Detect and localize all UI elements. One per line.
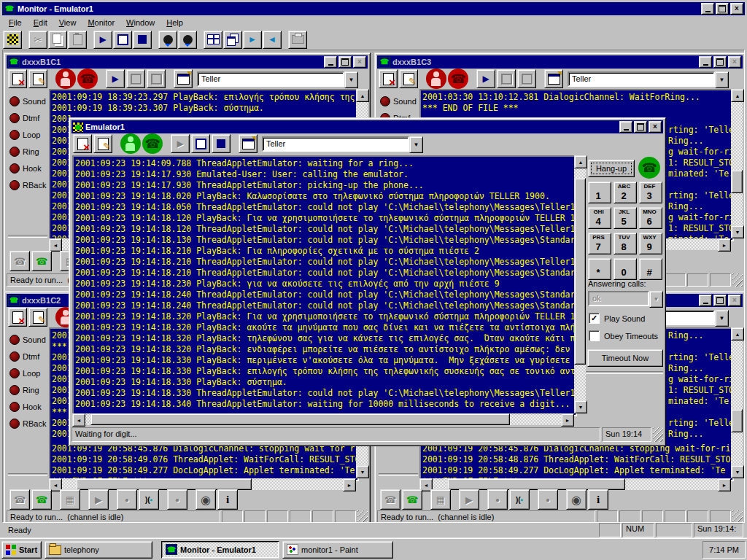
minimize-button[interactable] <box>324 56 337 68</box>
scroll-up-button[interactable]: ▲ <box>731 89 744 102</box>
record-marker-button[interactable]: ● <box>487 489 508 510</box>
keypad-key-7[interactable]: PRS7 <box>588 233 611 254</box>
stop-button[interactable] <box>133 31 152 49</box>
stop-button[interactable] <box>147 69 166 88</box>
print-button[interactable] <box>288 31 307 49</box>
scrollbar-thumb[interactable] <box>447 478 625 490</box>
scrollbar-thumb[interactable] <box>731 409 743 432</box>
keypad-key-3[interactable]: DEF3 <box>639 182 662 203</box>
channel-titlebar[interactable]: ☎ dxxxB1C1 × <box>7 55 368 69</box>
menu-window[interactable]: Window <box>120 17 160 28</box>
run-button[interactable]: ▶ <box>93 31 112 49</box>
clear-log-button[interactable]: × <box>73 134 92 153</box>
clear-log-button[interactable]: × <box>379 69 398 88</box>
emulated-user-icon[interactable] <box>55 69 76 89</box>
scroll-down-button[interactable]: ▼ <box>731 225 744 238</box>
onhook-phone-button[interactable]: ☎ <box>9 489 30 510</box>
minimize-button[interactable] <box>619 121 632 133</box>
channel-titlebar[interactable]: ☎ dxxxB1C3 × <box>377 55 743 69</box>
phone-icon[interactable]: ☎ <box>448 69 468 89</box>
maximize-button[interactable] <box>713 56 727 68</box>
scroll-down-button[interactable]: ▼ <box>356 465 369 478</box>
scroll-down-button[interactable]: ▼ <box>731 465 744 478</box>
checkbox-unchecked[interactable] <box>589 330 600 341</box>
clear-log-button[interactable]: × <box>8 69 27 88</box>
scroll-right-button[interactable]: ► <box>561 413 574 427</box>
keypad-button[interactable]: ▦ <box>60 489 80 510</box>
phone-icon[interactable]: ☎ <box>142 133 163 154</box>
menu-edit[interactable]: Edit <box>28 17 53 28</box>
keypad-key-hash[interactable]: # <box>639 258 662 280</box>
vertical-scrollbar[interactable]: ▲ ▼ <box>731 327 743 478</box>
keypad-key-6[interactable]: MNO6 <box>639 207 662 229</box>
pause-button[interactable] <box>497 69 516 88</box>
main-titlebar[interactable]: ☎ Monitor - Emulator1 × <box>2 2 745 15</box>
cascade-windows-button[interactable] <box>223 31 242 49</box>
prev-window-button[interactable]: ◄ <box>263 31 282 49</box>
close-button[interactable]: × <box>728 56 741 68</box>
menu-monitor[interactable]: Monitor <box>82 17 120 28</box>
taskbar-item-paint[interactable]: monitor1 - Paint <box>282 541 393 559</box>
stop-wheel-button[interactable]: ◉ <box>196 489 216 510</box>
keypad-button[interactable]: ▦ <box>430 489 451 510</box>
wait-connect-button[interactable] <box>178 31 197 49</box>
script-combobox[interactable]: Teller ▼ <box>568 71 729 87</box>
script-combobox[interactable]: Teller ▼ <box>262 136 423 152</box>
maximize-button[interactable] <box>713 295 727 306</box>
clear-log-button[interactable]: × <box>8 308 27 327</box>
menu-view[interactable]: View <box>53 17 82 28</box>
emulated-user-icon[interactable] <box>426 69 446 89</box>
offhook-phone-icon[interactable]: ☎ <box>638 157 660 179</box>
record-stop-button[interactable]: ● <box>538 489 558 510</box>
combobox-arrow[interactable]: ▼ <box>409 136 423 153</box>
next-window-button[interactable]: ► <box>243 31 262 49</box>
info-button[interactable]: i <box>217 489 238 510</box>
edit-log-button[interactable]: ✎ <box>93 134 112 153</box>
run-button[interactable]: ▶ <box>171 134 190 153</box>
keypad-key-9[interactable]: WXY9 <box>639 233 662 254</box>
script-combobox-value[interactable]: Teller <box>568 71 715 87</box>
scrollbar-thumb[interactable] <box>574 178 586 365</box>
keypad-key-5[interactable]: JKL5 <box>614 207 637 229</box>
keypad-key-0[interactable]: 0 <box>614 258 637 280</box>
obey-timeouts-checkbox[interactable]: Obey Timeouts <box>589 330 658 341</box>
minimize-button[interactable] <box>699 295 712 306</box>
combobox-arrow[interactable]: ▼ <box>715 71 729 88</box>
emulator-titlebar[interactable]: Emulator1 × <box>71 120 663 133</box>
tile-windows-button[interactable] <box>204 31 222 49</box>
speaker-button[interactable]: )(▪ <box>509 489 530 510</box>
onhook-phone-button[interactable]: ☎ <box>380 489 400 510</box>
pause-button[interactable] <box>113 31 132 49</box>
scroll-up-button[interactable]: ▲ <box>731 327 744 341</box>
resize-grip[interactable] <box>357 510 368 523</box>
info-button[interactable]: i <box>588 489 608 510</box>
wait-ring-button[interactable] <box>158 31 177 49</box>
horizontal-scrollbar[interactable]: ◄ ► <box>419 478 731 490</box>
stop-button[interactable] <box>517 69 536 88</box>
combobox-arrow[interactable]: ▼ <box>715 310 729 327</box>
script-combobox-value[interactable]: Teller <box>262 136 409 152</box>
properties-button[interactable] <box>544 69 563 88</box>
keypad-key-1[interactable]: 1 <box>588 182 611 203</box>
scrollbar-thumb[interactable] <box>90 413 511 425</box>
phone-icon[interactable]: ☎ <box>77 69 98 89</box>
hangup-button[interactable]: Hang-up <box>588 160 635 177</box>
keypad-key-8[interactable]: TUV8 <box>614 233 637 254</box>
horizontal-scrollbar[interactable]: ◄ ► <box>72 413 574 425</box>
edit-log-button[interactable]: ✎ <box>28 308 47 327</box>
close-button[interactable]: × <box>728 295 741 306</box>
cut-button[interactable]: ✂ <box>28 31 47 49</box>
timeout-now-button[interactable]: Timeout Now <box>587 349 663 367</box>
taskbar-item-telephony[interactable]: telephony <box>44 541 152 559</box>
start-button[interactable]: Start <box>1 541 42 559</box>
copy-button[interactable] <box>48 31 67 49</box>
resize-grip[interactable] <box>732 510 743 523</box>
record-marker-button[interactable]: ● <box>117 489 137 510</box>
close-button[interactable]: × <box>730 3 743 15</box>
paste-button[interactable] <box>68 31 87 49</box>
maximize-button[interactable] <box>634 121 647 133</box>
offhook-phone-button[interactable]: ☎ <box>402 489 422 510</box>
vertical-scrollbar[interactable]: ▲ ▼ <box>731 89 743 238</box>
close-button[interactable]: × <box>353 56 366 68</box>
properties-button[interactable] <box>239 134 258 153</box>
